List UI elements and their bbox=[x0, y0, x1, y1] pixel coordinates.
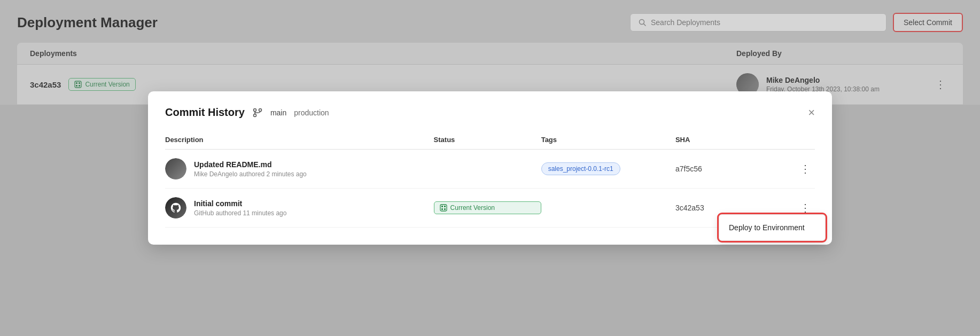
branch-label: main bbox=[270, 108, 286, 117]
modal-title: Commit History bbox=[165, 106, 245, 119]
commit-sha: 3c42a53 bbox=[675, 204, 783, 212]
svg-rect-10 bbox=[440, 205, 447, 211]
commit-more-button[interactable]: ⋮ bbox=[796, 160, 815, 177]
svg-rect-12 bbox=[444, 206, 446, 207]
deploy-to-environment-item[interactable]: Deploy to Environment bbox=[719, 217, 825, 238]
svg-point-7 bbox=[253, 108, 256, 111]
modal-close-button[interactable]: × bbox=[808, 107, 815, 119]
svg-rect-13 bbox=[441, 208, 443, 210]
commit-author: GitHub authored 11 minutes ago bbox=[194, 209, 286, 217]
commit-row: Updated README.md Mike DeAngelo authored… bbox=[165, 150, 815, 189]
commit-history-modal: Commit History main production × Descrip… bbox=[148, 91, 832, 245]
commit-status: Current Version bbox=[434, 201, 541, 214]
commit-author: Mike DeAngelo authored 2 minutes ago bbox=[194, 170, 307, 178]
deploy-dropdown: Deploy to Environment bbox=[719, 214, 826, 241]
commit-tags: sales_project-0.0.1-rc1 bbox=[541, 162, 675, 175]
commit-avatar bbox=[165, 197, 186, 218]
current-version-label: Current Version bbox=[450, 204, 495, 212]
status-col-header: Status bbox=[434, 136, 541, 144]
commit-avatar bbox=[165, 158, 186, 179]
svg-rect-14 bbox=[444, 208, 446, 210]
environment-label: production bbox=[294, 108, 329, 117]
commit-row: Initial commit GitHub authored 11 minute… bbox=[165, 189, 815, 228]
tags-col-header: Tags bbox=[541, 136, 675, 144]
current-version-badge: Current Version bbox=[434, 201, 541, 214]
sha-col-header: SHA bbox=[675, 136, 783, 144]
commit-description: Updated README.md bbox=[194, 160, 307, 169]
modal-overlay: Commit History main production × Descrip… bbox=[0, 0, 980, 336]
branch-icon bbox=[252, 107, 263, 118]
tag-badge: sales_project-0.0.1-rc1 bbox=[541, 162, 620, 175]
current-version-icon bbox=[440, 204, 447, 212]
commit-description: Initial commit bbox=[194, 199, 286, 208]
svg-rect-11 bbox=[441, 206, 443, 207]
commit-history-table: Description Status Tags SHA Updated READ… bbox=[165, 131, 815, 228]
description-col-header: Description bbox=[165, 136, 434, 144]
commit-sha: a7f5c56 bbox=[675, 165, 783, 173]
github-avatar bbox=[165, 197, 186, 218]
